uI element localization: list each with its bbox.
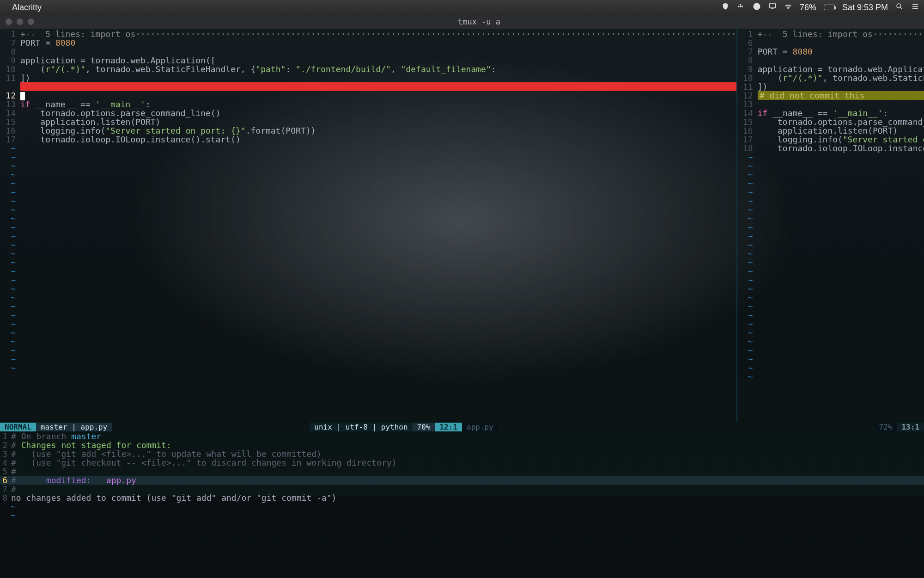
git-status-pane[interactable]: 1# On branch master2# Changes not staged… (0, 432, 924, 578)
code-line[interactable]: 8 (0, 47, 736, 56)
code-line[interactable]: 8 (737, 56, 924, 65)
code-line[interactable]: 11]) (737, 82, 924, 91)
code-line[interactable]: 1+-- 5 lines: import os·················… (737, 30, 924, 38)
svg-rect-3 (740, 4, 741, 5)
vim-pane-right[interactable]: 1+-- 5 lines: import os·················… (736, 29, 924, 422)
battery-icon[interactable] (824, 5, 835, 10)
gstatus-line[interactable]: 5# (0, 467, 924, 476)
spotify-icon[interactable] (753, 2, 761, 13)
airline-percent: 70% (413, 423, 435, 431)
code-line[interactable]: 1+-- 5 lines: import os·················… (0, 30, 736, 38)
airline-sep: | (72, 423, 76, 431)
code-line[interactable]: 6 (737, 38, 924, 47)
airline-position: 13:1 (897, 423, 924, 431)
gstatus-line[interactable]: 3# (use "git add <file>..." to update wh… (0, 449, 924, 458)
svg-rect-1 (740, 6, 741, 7)
code-line[interactable]: 16 logging.info("Server started on port:… (0, 126, 736, 135)
window-title: tmux -u a (34, 17, 924, 26)
code-line[interactable]: 9application = tornado.web.Application([ (0, 56, 736, 65)
airplay-icon[interactable] (768, 2, 777, 13)
airline-left: NORMAL master | app.py unix | utf-8 | py… (0, 422, 462, 432)
notifications-icon[interactable] (911, 2, 919, 13)
code-line[interactable]: 14 tornado.options.parse_command_line() (0, 109, 736, 117)
window-titlebar: tmux -u a (0, 15, 924, 29)
clock[interactable]: Sat 9:53 PM (842, 3, 888, 12)
code-line[interactable]: 17 logging.info("Server started on port:… (737, 135, 924, 144)
app-name[interactable]: Alacritty (12, 3, 42, 12)
code-line[interactable]: 18 tornado.ioloop.IOLoop.instance().star… (737, 144, 924, 153)
macos-menubar: Alacritty 76% Sat 9:53 PM (0, 0, 924, 15)
docker-icon[interactable] (737, 2, 745, 13)
git-branch: master (41, 423, 67, 431)
code-line[interactable]: 10 (r"/(.*)", tornado.web.StaticFileHand… (0, 65, 736, 74)
airline-encoding: unix | utf-8 | python (310, 423, 412, 431)
code-line[interactable]: 17 tornado.ioloop.IOLoop.instance().star… (0, 135, 736, 144)
gstatus-line[interactable]: 6# modified: app.py (0, 476, 924, 485)
airline-file: app.py (462, 423, 498, 431)
terminal[interactable]: 1+-- 5 lines: import os·················… (0, 29, 924, 578)
code-line[interactable]: 7PORT = 8080 (0, 38, 736, 47)
diff-added: # did not commit this (758, 91, 924, 100)
code-line[interactable]: 7PORT = 8080 (737, 47, 924, 56)
code-line[interactable]: 10 (r"/(.*)", tornado.web.StaticFileHand… (737, 74, 924, 82)
gstatus-line[interactable]: 4# (use "git checkout -- <file>..." to d… (0, 458, 924, 467)
code-line[interactable]: 14if __name__ == '__main__': (737, 109, 924, 117)
diff-deleted (20, 82, 736, 91)
code-line[interactable]: 13 (737, 100, 924, 109)
gstatus-line[interactable]: 2# Changes not staged for commit: (0, 441, 924, 449)
gstatus-line[interactable]: 1# On branch master (0, 432, 924, 441)
gstatus-line[interactable]: 7# (0, 485, 924, 493)
vim-pane-left[interactable]: 1+-- 5 lines: import os·················… (0, 29, 736, 422)
code-line[interactable]: 11]) (0, 74, 736, 82)
gstatus-line[interactable]: 8no changes added to commit (use "git ad… (0, 493, 924, 502)
svg-point-6 (897, 4, 901, 8)
vpn-icon[interactable] (721, 2, 729, 13)
airline-percent: 72% (875, 423, 897, 431)
traffic-lights[interactable] (0, 18, 34, 25)
airline-file: app.py (81, 423, 108, 431)
close-icon[interactable] (6, 18, 12, 25)
spotlight-icon[interactable] (895, 2, 904, 13)
airline-right: app.py 72% 13:1 (462, 422, 924, 432)
code-line[interactable]: 15 application.listen(PORT) (0, 117, 736, 126)
code-line[interactable]: 13if __name__ == '__main__': (0, 100, 736, 109)
code-line[interactable]: 15 tornado.options.parse_command_line() (737, 117, 924, 126)
battery-percent[interactable]: 76% (800, 3, 816, 12)
vim-split: 1+-- 5 lines: import os·················… (0, 29, 924, 422)
minimize-icon[interactable] (17, 18, 23, 25)
svg-rect-0 (738, 6, 739, 7)
code-line[interactable]: 16 application.listen(PORT) (737, 126, 924, 135)
svg-rect-2 (742, 6, 743, 7)
wifi-icon[interactable] (784, 2, 792, 13)
svg-point-4 (753, 3, 760, 10)
vim-mode: NORMAL (0, 423, 36, 431)
code-line[interactable]: 9application = tornado.web.Application([ (737, 65, 924, 74)
zoom-icon[interactable] (28, 18, 34, 25)
svg-rect-5 (769, 4, 776, 8)
airline-position: 12:1 (435, 423, 462, 431)
